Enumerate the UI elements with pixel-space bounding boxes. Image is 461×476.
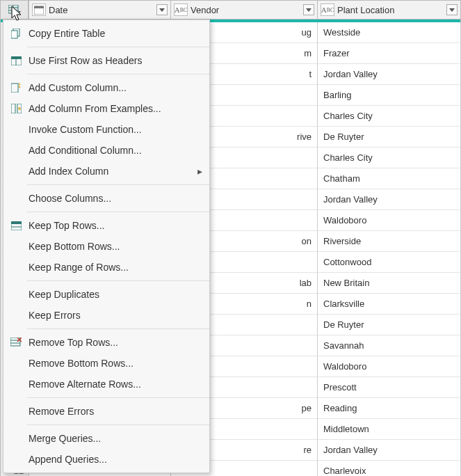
menu-item-keep-errors[interactable]: Keep Errors (3, 305, 209, 326)
menu-item-add-custom-column[interactable]: Add Custom Column... (3, 77, 209, 98)
cell-plant[interactable]: Cottonwood (318, 252, 461, 273)
blank-icon (6, 452, 26, 466)
column-header-plant-location[interactable]: ABC Plant Location (318, 0, 461, 19)
svg-rect-9 (11, 31, 17, 38)
menu-item-add-index-column[interactable]: Add Index Column ▸ (3, 161, 209, 182)
menu-item-label: Keep Errors (29, 310, 202, 321)
menu-item-choose-columns[interactable]: Choose Columns... (3, 188, 209, 209)
menu-item-append-queries[interactable]: Append Queries... (3, 449, 209, 470)
menu-separator (27, 184, 209, 185)
menu-item-label: Add Conditional Column... (29, 145, 202, 156)
cell-plant[interactable]: Barling (318, 85, 461, 106)
cell-plant[interactable]: Middletown (318, 419, 461, 440)
column-examples-icon (6, 102, 26, 116)
menu-item-keep-range-of-rows[interactable]: Keep Range of Rows... (3, 257, 209, 278)
menu-separator (27, 74, 209, 74)
blank-icon (6, 260, 26, 274)
column-header-vendor[interactable]: ABC Vendor (171, 0, 318, 19)
menu-item-copy-entire-table[interactable]: Copy Entire Table (3, 23, 209, 44)
text-type-icon: ABC (321, 3, 334, 16)
chevron-down-icon (449, 8, 455, 12)
table-icon (8, 5, 21, 15)
cell-plant[interactable]: Waldoboro (318, 356, 461, 377)
cell-plant[interactable]: Westside (318, 22, 461, 43)
blank-icon (6, 122, 26, 136)
cell-plant[interactable]: Chatham (318, 168, 461, 189)
menu-item-keep-duplicates[interactable]: Keep Duplicates (3, 284, 209, 305)
cell-plant[interactable]: New Britain (318, 273, 461, 294)
column-header-date[interactable]: Date (29, 0, 171, 19)
cell-plant[interactable]: Jordan Valley (318, 64, 461, 85)
column-filter-button[interactable] (156, 4, 168, 15)
submenu-arrow-icon: ▸ (194, 166, 202, 177)
column-filter-button[interactable] (303, 4, 314, 15)
copy-icon (6, 26, 26, 40)
menu-separator (27, 47, 209, 47)
menu-item-use-first-row-as-headers[interactable]: Use First Row as Headers (3, 50, 209, 71)
column-header-label: Vendor (191, 5, 219, 15)
blank-icon (6, 431, 26, 445)
cell-plant[interactable]: De Ruyter (318, 127, 461, 148)
menu-item-label: Remove Alternate Rows... (29, 379, 202, 390)
menu-item-invoke-custom-function[interactable]: Invoke Custom Function... (3, 119, 209, 140)
menu-item-label: Keep Range of Rows... (29, 262, 202, 273)
menu-item-remove-errors[interactable]: Remove Errors (3, 401, 209, 422)
cell-plant[interactable]: De Ruyter (318, 315, 461, 335)
keep-rows-icon (6, 219, 26, 232)
cell-plant[interactable]: Prescott (318, 377, 461, 398)
table-menu-button[interactable] (0, 0, 29, 19)
menu-item-label: Choose Columns... (29, 193, 202, 204)
cell-plant[interactable]: Jordan Valley (318, 189, 461, 210)
menu-item-merge-queries[interactable]: Merge Queries... (3, 428, 209, 449)
menu-item-keep-top-rows[interactable]: Keep Top Rows... (3, 215, 209, 236)
menu-item-label: Invoke Custom Function... (29, 124, 202, 135)
cell-plant[interactable]: Charles City (318, 148, 461, 168)
menu-item-label: Remove Bottom Rows... (29, 358, 202, 369)
chevron-down-icon (159, 8, 165, 12)
custom-column-icon (6, 81, 26, 95)
cell-plant[interactable]: Riverside (318, 231, 461, 252)
menu-item-remove-bottom-rows[interactable]: Remove Bottom Rows... (3, 353, 209, 374)
menu-item-label: Remove Errors (29, 406, 202, 417)
svg-rect-14 (11, 104, 15, 113)
svg-rect-7 (41, 6, 42, 8)
blank-icon (6, 404, 26, 418)
svg-rect-5 (34, 6, 44, 8)
svg-rect-13 (11, 84, 18, 93)
column-filter-button[interactable] (446, 4, 458, 15)
menu-item-label: Keep Duplicates (29, 289, 202, 300)
cell-plant[interactable]: Jordan Valley (318, 440, 461, 461)
menu-item-remove-top-rows[interactable]: Remove Top Rows... (3, 332, 209, 353)
menu-item-label: Add Index Column (29, 166, 194, 177)
column-header-label: Plant Location (337, 5, 394, 15)
cell-plant[interactable]: Frazer (318, 43, 461, 64)
cell-plant[interactable]: Waldoboro (318, 210, 461, 231)
headers-icon (6, 54, 26, 68)
cell-plant[interactable]: Charles City (318, 106, 461, 127)
menu-item-remove-alternate-rows[interactable]: Remove Alternate Rows... (3, 374, 209, 395)
text-type-icon: ABC (174, 3, 188, 16)
blank-icon (6, 191, 26, 205)
menu-item-add-conditional-column[interactable]: Add Conditional Column... (3, 140, 209, 161)
cell-plant[interactable]: Clarksville (318, 294, 461, 315)
menu-separator (27, 397, 209, 398)
blank-icon (6, 239, 26, 253)
table-context-menu: Copy Entire Table Use First Row as Heade… (3, 19, 210, 473)
blank-icon (6, 164, 26, 178)
svg-rect-6 (36, 6, 37, 8)
menu-item-label: Keep Top Rows... (29, 220, 202, 231)
blank-icon (6, 308, 26, 322)
cell-plant[interactable]: Reading (318, 398, 461, 419)
svg-rect-18 (11, 221, 22, 224)
cell-plant[interactable]: Savannah (318, 335, 461, 356)
column-header-label: Date (49, 5, 67, 15)
cell-plant[interactable]: Charlevoix (318, 461, 461, 476)
menu-item-label: Remove Top Rows... (29, 337, 202, 348)
menu-item-add-column-from-examples[interactable]: Add Column From Examples... (3, 98, 209, 119)
menu-item-label: Keep Bottom Rows... (29, 241, 202, 252)
remove-rows-icon (6, 335, 26, 349)
menu-item-keep-bottom-rows[interactable]: Keep Bottom Rows... (3, 236, 209, 257)
menu-item-label: Merge Queries... (29, 433, 202, 444)
menu-item-label: Append Queries... (29, 454, 202, 465)
menu-item-label: Copy Entire Table (29, 28, 202, 39)
